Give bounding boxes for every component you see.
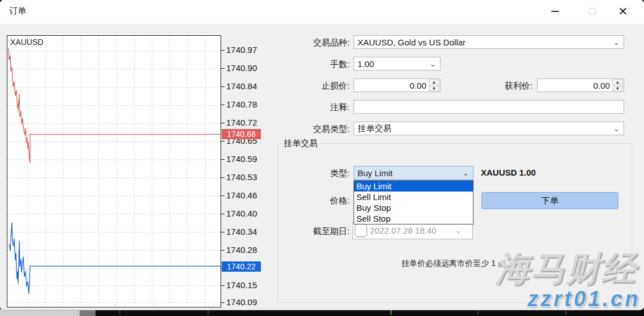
watermark-text: 海马财经 [496, 246, 637, 292]
taskbar-tick [119, 310, 121, 315]
chevron-down-icon: ⌄ [430, 60, 436, 68]
taskbar-tick [566, 310, 567, 315]
axis-tick-label: 1740.28 [226, 245, 257, 255]
stoploss-spinner: ▲ ▼ [429, 80, 439, 91]
price-label: 价格: [267, 196, 350, 206]
order-type-label: 类型: [267, 168, 350, 179]
takeprofit-label: 获利价: [449, 81, 533, 92]
comment-label: 注释: [267, 102, 350, 113]
chevron-down-icon: ⌄ [613, 124, 620, 133]
watermark-url: zzrt01.cn [527, 287, 641, 310]
stoploss-input[interactable]: 0.00 ▲ ▼ [354, 78, 441, 92]
takeprofit-spinner: ▲ ▼ [612, 80, 623, 91]
place-order-button[interactable]: 下单 [481, 192, 618, 209]
dropdown-option-buy-limit[interactable]: Buy Limit [354, 181, 473, 192]
expiry-label: 截至期日: [267, 226, 350, 237]
window-title: 订单 [9, 6, 26, 16]
chevron-down-icon: ⌄ [613, 38, 620, 47]
close-icon: ✕ [618, 6, 628, 17]
spin-up-button[interactable]: ▲ [612, 80, 623, 85]
takeprofit-value: 0.00 [593, 81, 610, 90]
dropdown-option-sell-stop[interactable]: Sell Stop [354, 213, 473, 224]
chevron-down-icon: ⌄ [455, 226, 462, 235]
price-axis: 1740.68 1740.22 1740.971740.901740.84174… [221, 35, 265, 307]
tick-chart: XAUUSD [7, 35, 221, 307]
axis-tick-label: 1740.46 [226, 190, 257, 200]
minimize-icon [551, 11, 559, 12]
taskbar-segment [80, 309, 95, 316]
order-summary: XAUUSD 1.00 [481, 168, 536, 177]
maximize-icon [589, 8, 596, 15]
taskbar-tick [207, 310, 209, 315]
taskbar-segment [0, 309, 80, 316]
symbol-select[interactable]: XAUUSD, Gold vs US Dollar ⌄ [354, 35, 624, 49]
taskbar-tick [477, 310, 479, 315]
bid-price-tag: 1740.22 [222, 261, 261, 272]
axis-tick-label: 1740.90 [226, 63, 257, 73]
bid-line [9, 223, 221, 294]
takeprofit-input[interactable]: 0.00 ▲ ▼ [537, 78, 624, 92]
chart-canvas [7, 36, 221, 307]
volume-value: 1.00 [358, 59, 374, 69]
stoploss-label: 止损价: [267, 81, 350, 92]
spin-up-button[interactable]: ▲ [429, 80, 439, 85]
order-type-dropdown: Buy Limit Sell Limit Buy Stop Sell Stop [354, 180, 473, 224]
dropdown-option-buy-stop[interactable]: Buy Stop [354, 202, 473, 213]
close-button[interactable]: ✕ [610, 0, 636, 23]
comment-input[interactable] [354, 100, 624, 114]
minimize-button[interactable] [542, 0, 568, 23]
axis-tick-label: 1740.53 [226, 172, 257, 182]
taskbar [0, 309, 644, 316]
volume-label: 手数: [267, 59, 350, 70]
symbol-value: XAUUSD, Gold vs US Dollar [358, 38, 466, 47]
trade-type-select[interactable]: 挂单交易 ⌄ [354, 122, 624, 135]
volume-select[interactable]: 1.00 ⌄ [354, 57, 441, 70]
spin-down-button[interactable]: ▼ [612, 86, 623, 92]
axis-tick-label: 1740.34 [226, 227, 257, 236]
axis-tick-label: 1740.97 [226, 45, 257, 55]
order-type-value: Buy Limit [358, 168, 393, 178]
axis-tick-label: 1740.09 [226, 297, 257, 307]
chevron-down-icon: ⌄ [463, 169, 469, 177]
order-dialog: 订单 ✕ XAUUSD 1740.68 1740.22 1740.971740.… [0, 0, 644, 310]
axis-tick-label: 1740.84 [226, 81, 257, 91]
pending-order-group-title: 挂单交易 [281, 138, 320, 149]
taskbar-tick [390, 310, 392, 315]
titlebar: 订单 ✕ [0, 0, 644, 24]
axis-tick-label: 1740.78 [226, 99, 257, 109]
screen: 订单 ✕ XAUUSD 1740.68 1740.22 1740.971740.… [0, 0, 644, 316]
maximize-button[interactable] [579, 0, 605, 23]
expiry-value: 2022.07.28 18:40 [370, 226, 454, 235]
stoploss-value: 0.00 [410, 81, 426, 90]
symbol-label: 交易品种: [267, 38, 350, 48]
chart-symbol-label: XAUUSD [10, 38, 43, 47]
order-type-select[interactable]: Buy Limit ⌄ [354, 166, 473, 180]
expiry-checkbox[interactable] [355, 224, 367, 237]
trade-type-value: 挂单交易 [358, 123, 392, 134]
trade-type-label: 交易类型: [267, 124, 350, 135]
spin-down-button[interactable]: ▼ [429, 86, 439, 92]
dropdown-option-sell-limit[interactable]: Sell Limit [354, 192, 473, 202]
axis-tick-label: 1740.59 [226, 154, 257, 164]
axis-tick-label: 1740.15 [226, 280, 257, 290]
ask-price-tag: 1740.68 [222, 129, 261, 139]
axis-tick-label: 1740.40 [226, 209, 257, 218]
axis-tick-label: 1740.72 [226, 118, 257, 127]
